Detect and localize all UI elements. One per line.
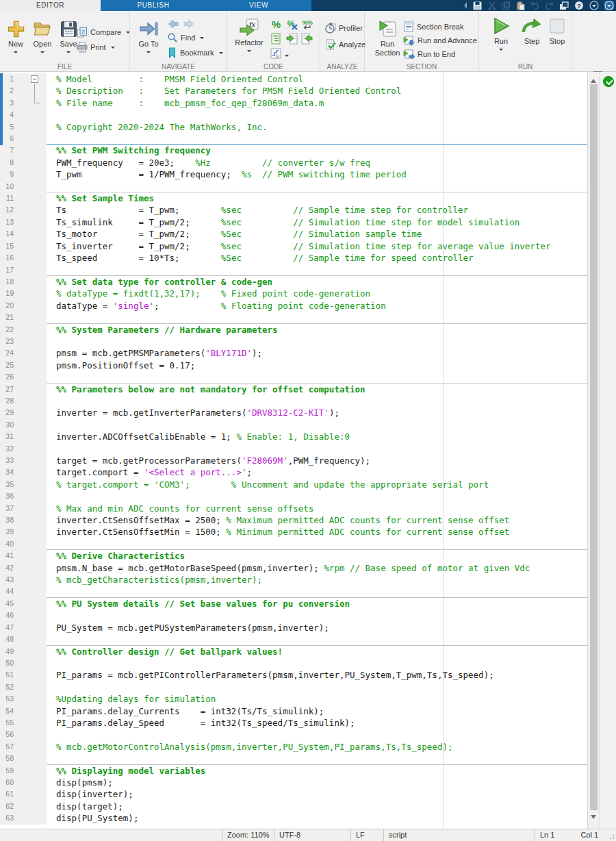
code-line-60[interactable]: 60disp(pmsm); bbox=[0, 777, 587, 788]
code-line-55[interactable]: 55PI_params.delay_Speed = int32(Ts_speed… bbox=[0, 717, 587, 729]
help-icon[interactable]: ? bbox=[574, 1, 584, 10]
open-button[interactable]: Open bbox=[29, 18, 56, 55]
navigate-forward-button[interactable] bbox=[183, 18, 194, 29]
code-line-61[interactable]: 61disp(inverter); bbox=[0, 788, 587, 800]
code-line-59[interactable]: 59%% Displaying model variables bbox=[0, 764, 587, 777]
uncomment-button[interactable]: % bbox=[285, 18, 298, 30]
code-line-16[interactable]: 16Ts_speed = 10*Ts; %Sec // Sample time … bbox=[0, 252, 587, 264]
run-and-advance-button[interactable]: Run and Advance bbox=[403, 34, 477, 46]
stop-button[interactable]: Stop bbox=[545, 15, 569, 46]
code-fold-toggle[interactable] bbox=[31, 75, 38, 83]
code-line-63[interactable]: 63disp(PU_System); bbox=[0, 812, 587, 824]
code-line-24[interactable]: 24pmsm = mcb.getPMSMParameters('BLY171D'… bbox=[0, 347, 587, 359]
run-to-end-button[interactable]: Run to End bbox=[403, 48, 455, 60]
code-line-6[interactable]: 6 bbox=[0, 133, 587, 145]
toolstrip-menu-icon[interactable] bbox=[604, 1, 614, 10]
code-line-15[interactable]: 15Ts_inverter = T_pwm/2; %sec // Simulat… bbox=[0, 240, 587, 252]
comment-button[interactable]: % bbox=[270, 18, 282, 30]
code-line-10[interactable]: 10 bbox=[0, 181, 587, 192]
vertical-scrollbar[interactable] bbox=[587, 72, 600, 829]
scroll-up-arrow-icon[interactable] bbox=[591, 76, 596, 83]
code-line-22[interactable]: 22%% System Parameters // Hardware param… bbox=[0, 323, 587, 336]
print-button[interactable]: Print bbox=[77, 41, 115, 53]
tab-editor[interactable]: EDITOR bbox=[0, 0, 101, 11]
code-line-39[interactable]: 39inverter.CtSensOffsetMin = 1500; % Min… bbox=[0, 526, 587, 538]
code-line-2[interactable]: 2% Description : Set Parameters for PMSM… bbox=[0, 85, 587, 97]
profiler-button[interactable]: Profiler bbox=[325, 22, 363, 34]
code-line-46[interactable]: 46 bbox=[0, 610, 587, 621]
code-line-38[interactable]: 38inverter.CtSensOffsetMax = 2500; % Max… bbox=[0, 514, 587, 526]
paste-icon[interactable] bbox=[516, 1, 525, 10]
compare-button[interactable]: 2 Compare bbox=[77, 26, 130, 38]
code-line-18[interactable]: 18%% Set data type for controller & code… bbox=[0, 275, 587, 288]
code-line-58[interactable]: 58 bbox=[0, 753, 587, 764]
chevron-down-icon[interactable] bbox=[285, 55, 289, 59]
code-line-29[interactable]: 29inverter = mcb.getInverterParameters('… bbox=[0, 407, 587, 418]
analyze-button[interactable]: Analyze bbox=[325, 38, 365, 50]
code-line-21[interactable]: 21 bbox=[0, 312, 587, 323]
code-line-48[interactable]: 48 bbox=[0, 633, 587, 645]
refactor-button[interactable]: fx Refactor bbox=[231, 16, 267, 54]
code-line-49[interactable]: 49%% Controller design // Get ballpark v… bbox=[0, 645, 587, 657]
analyzer-ok-icon[interactable] bbox=[603, 76, 614, 87]
wrap-comments-button[interactable]: %% bbox=[300, 18, 313, 30]
code-line-31[interactable]: 31inverter.ADCOffsetCalibEnable = 1; % E… bbox=[0, 431, 587, 442]
code-line-19[interactable]: 19% dataType = fixdt(1,32,17); % Fixed p… bbox=[0, 288, 587, 299]
step-button[interactable]: Step bbox=[517, 15, 546, 46]
code-editor[interactable]: 1% Model : PMSM Field Oriented Control2%… bbox=[0, 72, 587, 829]
code-line-13[interactable]: 13Ts_simulink = T_pwm/2; %sec // Simulat… bbox=[0, 216, 587, 228]
code-line-5[interactable]: 5% Copyright 2020-2024 The MathWorks, In… bbox=[0, 121, 587, 133]
code-line-17[interactable]: 17 bbox=[0, 264, 587, 276]
tab-publish[interactable]: PUBLISH bbox=[101, 0, 206, 11]
code-line-45[interactable]: 45%% PU System details // Set base value… bbox=[0, 597, 587, 610]
code-line-57[interactable]: 57% mcb.getMotorControlAnalysis(pmsm,inv… bbox=[0, 741, 587, 753]
navigate-back-button[interactable] bbox=[168, 18, 179, 29]
find-button[interactable]: Find bbox=[167, 32, 204, 43]
code-line-25[interactable]: 25pmsm.PositionOffset = 0.17; bbox=[0, 360, 587, 371]
code-line-26[interactable]: 26 bbox=[0, 371, 587, 383]
code-line-62[interactable]: 62disp(target); bbox=[0, 801, 587, 812]
increase-indent-button[interactable] bbox=[285, 32, 298, 45]
code-line-30[interactable]: 30 bbox=[0, 419, 587, 431]
dock-window-icon[interactable] bbox=[559, 1, 569, 10]
bookmark-button[interactable]: Bookmark bbox=[167, 47, 223, 58]
code-line-12[interactable]: 12Ts = T_pwm; %sec // Sample time step f… bbox=[0, 204, 587, 216]
undo-icon[interactable] bbox=[530, 1, 539, 10]
code-line-8[interactable]: 8PWM_frequency = 20e3; %Hz // converter … bbox=[0, 157, 587, 168]
code-line-27[interactable]: 27%% Parameters below are not mandatory … bbox=[0, 383, 587, 395]
code-line-32[interactable]: 32 bbox=[0, 443, 587, 455]
code-line-9[interactable]: 9T_pwm = 1/PWM_frequency; %s // PWM swit… bbox=[0, 168, 587, 180]
code-line-40[interactable]: 40 bbox=[0, 538, 587, 550]
code-line-37[interactable]: 37% Max and min ADC counts for current s… bbox=[0, 503, 587, 514]
code-line-42[interactable]: 42pmsm.N_base = mcb.getMotorBaseSpeed(pm… bbox=[0, 562, 587, 574]
code-line-52[interactable]: 52 bbox=[0, 681, 587, 693]
redo-icon[interactable] bbox=[545, 1, 554, 10]
code-line-51[interactable]: 51PI_params = mcb.getPIControllerParamet… bbox=[0, 669, 587, 681]
run-button[interactable]: Run bbox=[487, 15, 515, 53]
copy-icon[interactable] bbox=[502, 1, 511, 10]
code-line-4[interactable]: 4 bbox=[0, 109, 587, 121]
code-line-54[interactable]: 54PI_params.delay_Currents = int32(Ts/Ts… bbox=[0, 705, 587, 717]
code-line-11[interactable]: 11%% Set Sample Times bbox=[0, 192, 587, 204]
code-line-3[interactable]: 3% File name : mcb_pmsm_foc_qep_f28069m_… bbox=[0, 97, 587, 109]
save-icon[interactable] bbox=[473, 1, 482, 10]
cut-icon[interactable] bbox=[487, 1, 496, 10]
code-line-35[interactable]: 35% target.comport = 'COM3'; % Uncomment… bbox=[0, 479, 587, 490]
resize-grip[interactable] bbox=[609, 834, 615, 840]
code-line-44[interactable]: 44 bbox=[0, 586, 587, 597]
code-line-34[interactable]: 34target.comport = '<Select a port...>'; bbox=[0, 466, 587, 478]
new-button[interactable]: New bbox=[3, 18, 29, 55]
code-line-23[interactable]: 23 bbox=[0, 336, 587, 347]
run-section-button[interactable]: Run Section bbox=[372, 18, 403, 58]
code-line-14[interactable]: 14Ts_motor = T_pwm/2; %Sec // Simulation… bbox=[0, 228, 587, 240]
scrollbar-thumb[interactable] bbox=[590, 84, 598, 810]
code-line-41[interactable]: 41%% Derive Characteristics bbox=[0, 549, 587, 562]
code-line-7[interactable]: 7%% Set PWM Switching frequency bbox=[0, 144, 587, 156]
status-zoom[interactable]: Zoom: 110% bbox=[222, 829, 274, 841]
tab-view[interactable]: VIEW bbox=[206, 0, 311, 11]
qat-dropdown-icon[interactable] bbox=[589, 1, 599, 10]
goto-button[interactable]: Go To bbox=[134, 18, 163, 55]
smart-indent-button[interactable] bbox=[270, 32, 282, 45]
code-line-1[interactable]: 1% Model : PMSM Field Oriented Control bbox=[0, 73, 587, 85]
code-line-47[interactable]: 47PU_System = mcb.getPUSystemParameters(… bbox=[0, 622, 587, 633]
